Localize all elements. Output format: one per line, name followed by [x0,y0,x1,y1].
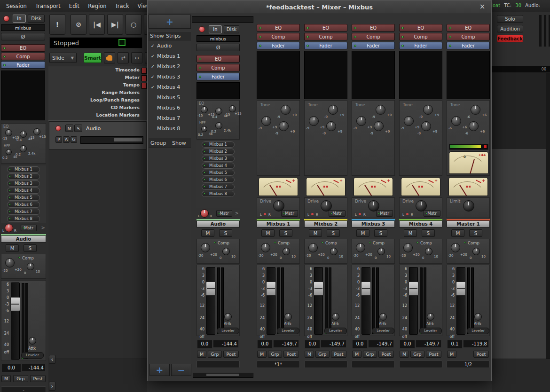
window-titlebar[interactable]: *feedbacktest – Mixer – Mixbus × [148,0,491,14]
strip-list-item[interactable]: ✓ Mixbus 4 [149,82,191,92]
comp-knob[interactable] [330,248,338,255]
processor-box[interactable] [399,51,442,99]
eq-button[interactable]: EQ [304,24,347,31]
eq-hi-gain-knob[interactable] [201,106,208,113]
smart-mode-button[interactable]: Smart [84,53,102,63]
fader-handle[interactable] [456,282,466,296]
fader-handle[interactable] [314,282,323,296]
send-button[interactable]: Mixbus 1 [202,141,235,148]
fader-handle[interactable] [266,282,276,296]
gain-display[interactable]: 0.0 [197,340,212,349]
scroll-right-button[interactable]: › [49,382,55,391]
peak-display[interactable]: -144.4 [22,364,46,372]
tone-hi-knob[interactable] [423,105,433,115]
menu-item[interactable]: Region [84,3,110,9]
visible-checkbox[interactable]: ✓ [149,64,157,69]
comp-knob[interactable] [425,248,432,255]
output-button[interactable]: *1* [257,361,300,368]
output-button[interactable]: - [352,361,395,368]
visible-checkbox[interactable]: ✓ [149,43,157,48]
gain-display[interactable]: 0.0 [1,364,21,373]
peak-display[interactable]: -149.7 [416,340,441,348]
mstr-button[interactable]: Mstr [376,210,393,217]
solo-button[interactable]: S [219,229,232,237]
mstr-button[interactable]: Mstr [21,225,37,231]
comp-button[interactable]: Comp [304,33,347,40]
track-height-slider[interactable] [80,136,143,144]
disk-monitor-button[interactable]: Disk [28,15,45,23]
solo-button[interactable]: S [469,229,482,237]
tool-button[interactable]: ↔ [131,52,142,63]
peak-display[interactable]: -149.7 [273,340,299,348]
ruler-label[interactable]: Loop/Punch Ranges [71,96,140,104]
strip-list-item[interactable]: ✓ Mixbus 2 [149,61,191,71]
phase-button[interactable]: Ø [1,33,45,40]
timeline-canvas[interactable] [492,149,550,359]
track-mute-button[interactable]: M [65,125,73,132]
input-gain-knob[interactable] [201,243,210,252]
transport-button[interactable]: ○ [126,14,141,35]
attack-knob[interactable] [224,313,232,321]
playlist-button[interactable]: P [55,136,62,143]
add-button[interactable]: + [149,364,170,376]
track-name[interactable]: Audio [86,125,101,132]
output-button[interactable]: - [196,361,240,368]
strip-name[interactable]: Mixbus 3 [352,220,395,227]
fader-button[interactable]: Fader [447,42,490,49]
visible-checkbox[interactable]: ✓ [149,85,157,90]
output-button[interactable]: - [1,386,46,392]
hpf-knob[interactable] [201,126,207,132]
tab-group[interactable]: Group [149,140,172,146]
mute-button[interactable]: M [6,244,19,252]
group-button[interactable]: Grp [208,351,222,358]
strip-name[interactable]: Mixbus 1 [257,220,300,227]
visible-checkbox[interactable]: ✓ [149,54,157,59]
strip-list-item[interactable]: ✓ Audio [149,40,191,51]
tone-lo-knob[interactable] [279,121,289,131]
timeline-ruler[interactable]: 00 [492,66,550,73]
send-button[interactable]: Mixbus 3 [202,156,235,162]
mstr-button[interactable]: Mstr [329,210,346,217]
pan-knob[interactable] [5,224,13,232]
strip-list-item[interactable]: Mixbus 8 [149,123,191,133]
fader-track[interactable] [267,267,275,335]
ruler-label[interactable]: Timecode [71,66,140,74]
gain-display[interactable]: 0.0 [400,340,415,349]
feedback-button[interactable]: Feedback [497,35,523,42]
metering-point-button[interactable]: Post [473,351,489,358]
transport-button[interactable]: ! [49,14,65,35]
mute-button[interactable]: M [197,351,206,358]
group-button[interactable]: Grp [315,351,330,358]
input-gain-knob[interactable] [261,243,270,252]
eq-lo-gain-knob[interactable] [229,105,236,112]
menu-item[interactable]: Track [111,3,134,9]
tone-mid-knob[interactable] [261,116,271,126]
tab-show[interactable]: Show [172,140,186,146]
comp-knob[interactable] [377,248,385,255]
input-monitor-button[interactable]: In [13,15,26,23]
comp-button[interactable]: Comp [1,53,45,60]
solo-button[interactable]: S [24,244,37,252]
transport-button[interactable]: ⊘ [71,14,86,35]
attack-knob[interactable] [379,313,387,321]
transport-button[interactable]: ▶| [107,14,123,35]
tone-mid-knob[interactable] [451,116,461,126]
fader-handle[interactable] [409,282,418,296]
editor-canvas[interactable] [48,120,147,359]
tool-button[interactable]: ⇄ [118,52,129,63]
processor-box[interactable] [196,82,240,99]
menu-item[interactable]: Session [2,3,31,9]
io-button[interactable]: mixbus [1,24,45,31]
transport-clock[interactable]: Stopped [49,37,142,48]
ruler-label[interactable]: Meter [71,74,140,81]
fader-track[interactable] [409,267,418,335]
expand-arrow-icon[interactable]: > [235,211,239,216]
menu-item[interactable]: Transport [31,3,65,9]
fader-button[interactable]: Fader [352,42,395,49]
peak-display[interactable]: -149.7 [368,340,394,348]
send-button[interactable]: Mixbus 1 [7,166,40,172]
fader-button[interactable]: Fader [399,42,442,49]
mute-button[interactable]: M [309,229,322,237]
tone-lo-knob[interactable] [469,121,479,131]
send-button[interactable]: Mixbus 7 [7,209,40,215]
